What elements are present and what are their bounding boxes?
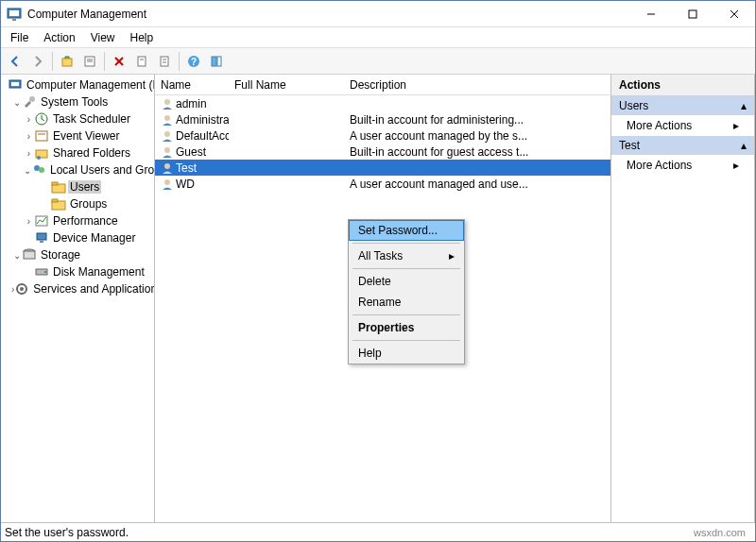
tree-services-apps[interactable]: › Services and Applications bbox=[3, 280, 152, 297]
svg-rect-26 bbox=[36, 131, 47, 141]
actions-group-users[interactable]: Users▴ bbox=[611, 96, 754, 115]
list-row[interactable]: Administrator Built-in account for admin… bbox=[155, 111, 610, 127]
tree-storage[interactable]: ⌄ Storage bbox=[3, 246, 152, 263]
list-pane[interactable]: Name Full Name Description admin Adminis… bbox=[155, 75, 611, 522]
close-button[interactable] bbox=[713, 1, 755, 26]
list-row[interactable]: Test bbox=[155, 160, 610, 176]
svg-rect-4 bbox=[689, 10, 696, 18]
list-row[interactable]: WD A user account managed and use... bbox=[155, 176, 610, 192]
tree-shared-folders[interactable]: › Shared Folders bbox=[3, 144, 152, 161]
up-button[interactable] bbox=[57, 51, 77, 72]
svg-point-50 bbox=[164, 179, 170, 185]
context-menu-separator bbox=[352, 314, 460, 315]
minimize-button[interactable] bbox=[630, 1, 672, 26]
svg-rect-38 bbox=[40, 241, 43, 243]
actions-header: Actions bbox=[611, 75, 754, 96]
svg-point-42 bbox=[44, 271, 46, 273]
context-menu: Set Password... All Tasks▸ Delete Rename… bbox=[348, 219, 465, 364]
menu-file[interactable]: File bbox=[3, 28, 36, 47]
maximize-button[interactable] bbox=[672, 1, 713, 26]
ctx-rename[interactable]: Rename bbox=[349, 292, 464, 313]
ctx-all-tasks[interactable]: All Tasks▸ bbox=[349, 246, 464, 266]
svg-rect-40 bbox=[24, 251, 35, 259]
tree-event-viewer[interactable]: › Event Viewer bbox=[3, 127, 152, 144]
list-row[interactable]: admin bbox=[155, 95, 610, 111]
back-button[interactable] bbox=[5, 51, 26, 72]
ctx-delete[interactable]: Delete bbox=[349, 271, 464, 292]
column-name[interactable]: Name bbox=[155, 78, 229, 92]
actions-group-test[interactable]: Test▴ bbox=[611, 136, 754, 155]
svg-rect-35 bbox=[52, 199, 58, 202]
services-icon bbox=[14, 281, 29, 296]
refresh-properties-button[interactable] bbox=[154, 51, 175, 72]
svg-rect-2 bbox=[12, 19, 16, 21]
event-icon bbox=[34, 128, 49, 144]
ctx-properties[interactable]: Properties bbox=[349, 317, 464, 338]
list-row[interactable]: DefaultAcco A user account managed by th… bbox=[155, 127, 610, 144]
tree-users[interactable]: › Users bbox=[3, 178, 152, 195]
tools-icon bbox=[22, 94, 37, 110]
svg-point-45 bbox=[164, 99, 170, 105]
body: ▸ Computer Management (Local ⌄ System To… bbox=[1, 75, 755, 522]
tree-pane[interactable]: ▸ Computer Management (Local ⌄ System To… bbox=[1, 75, 155, 522]
svg-rect-21 bbox=[217, 57, 221, 66]
list-row[interactable]: Guest Built-in account for guest access … bbox=[155, 144, 610, 160]
user-icon bbox=[161, 129, 174, 143]
app-icon bbox=[7, 7, 22, 22]
svg-point-44 bbox=[20, 287, 24, 291]
device-icon bbox=[34, 230, 49, 246]
tree-disk-management[interactable]: › Disk Management bbox=[3, 263, 152, 280]
actions-more-users[interactable]: More Actions▸ bbox=[611, 115, 754, 136]
tree-system-tools[interactable]: ⌄ System Tools bbox=[3, 93, 152, 110]
watermark: wsxdn.com bbox=[688, 523, 751, 541]
user-icon bbox=[161, 161, 174, 175]
delete-button[interactable] bbox=[109, 51, 129, 72]
toolbar-separator bbox=[52, 52, 53, 71]
properties-button[interactable] bbox=[79, 51, 100, 72]
folder-icon bbox=[51, 196, 66, 212]
svg-point-48 bbox=[164, 147, 170, 153]
export-button[interactable] bbox=[131, 51, 152, 72]
forward-button[interactable] bbox=[27, 51, 48, 72]
context-menu-separator bbox=[352, 243, 460, 244]
svg-point-31 bbox=[39, 167, 44, 173]
column-description[interactable]: Description bbox=[344, 78, 610, 92]
svg-rect-1 bbox=[9, 10, 19, 16]
tree-task-scheduler[interactable]: › Task Scheduler bbox=[3, 110, 152, 127]
svg-rect-7 bbox=[62, 59, 72, 66]
toolbar: ? bbox=[1, 48, 755, 75]
context-menu-separator bbox=[352, 268, 460, 269]
svg-rect-23 bbox=[11, 82, 19, 86]
chevron-right-icon: ▸ bbox=[449, 249, 455, 263]
list-header: Name Full Name Description bbox=[155, 75, 610, 95]
ctx-help[interactable]: Help bbox=[349, 343, 464, 364]
toolbar-separator bbox=[179, 52, 180, 71]
tree-performance[interactable]: › Performance bbox=[3, 212, 152, 229]
toolbar-separator bbox=[104, 52, 105, 71]
svg-rect-33 bbox=[52, 182, 58, 185]
column-fullname[interactable]: Full Name bbox=[229, 78, 344, 92]
status-text: Set the user's password. bbox=[5, 526, 129, 539]
menu-view[interactable]: View bbox=[83, 28, 123, 47]
menu-action[interactable]: Action bbox=[36, 28, 82, 47]
user-icon bbox=[161, 178, 174, 191]
help-button[interactable]: ? bbox=[183, 51, 204, 72]
tree-local-users[interactable]: ⌄ Local Users and Groups bbox=[3, 161, 152, 178]
user-icon bbox=[161, 97, 174, 110]
menu-help[interactable]: Help bbox=[123, 28, 162, 47]
svg-point-47 bbox=[164, 131, 170, 137]
chevron-right-icon: ▸ bbox=[733, 159, 739, 172]
ctx-set-password[interactable]: Set Password... bbox=[349, 220, 464, 241]
tree-root[interactable]: ▸ Computer Management (Local bbox=[3, 76, 152, 93]
user-icon bbox=[161, 145, 174, 159]
tree-device-manager[interactable]: › Device Manager bbox=[3, 229, 152, 246]
menubar: File Action View Help bbox=[1, 27, 755, 48]
titlebar: Computer Management bbox=[1, 1, 755, 27]
window-title: Computer Management bbox=[27, 8, 630, 21]
show-hide-button[interactable] bbox=[206, 51, 227, 72]
actions-more-test[interactable]: More Actions▸ bbox=[611, 155, 754, 176]
tree-groups[interactable]: › Groups bbox=[3, 195, 152, 212]
chevron-right-icon: ▸ bbox=[733, 119, 739, 132]
svg-text:?: ? bbox=[191, 57, 197, 67]
shared-folder-icon bbox=[34, 145, 49, 161]
